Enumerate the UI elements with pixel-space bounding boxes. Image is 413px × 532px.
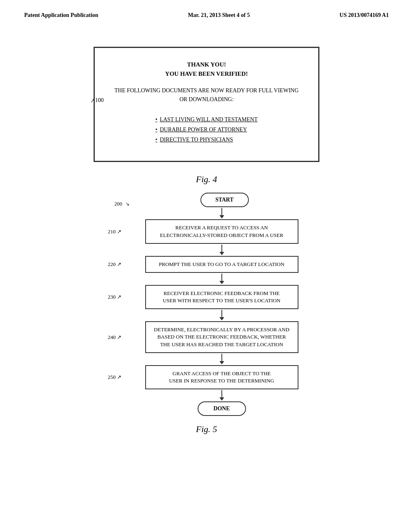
arrow-2 xyxy=(221,245,222,252)
arrow-3 xyxy=(221,274,222,281)
bullet-3: • xyxy=(155,137,157,143)
arrow-6 xyxy=(221,390,222,397)
curve-arrow-200: ↘ xyxy=(125,201,129,207)
step-label-240: 240 ↗ xyxy=(94,334,124,341)
screen-title: THANK YOU! YOU HAVE BEEN VERIFIED! xyxy=(111,60,302,78)
main-content: 100 ↗ THANK YOU! YOU HAVE BEEN VERIFIED!… xyxy=(0,23,413,443)
step-210-box: RECEIVER A REQUEST TO ACCESS ANELECTRONI… xyxy=(145,219,298,243)
fig4-figure-label: Fig. 4 xyxy=(196,174,217,185)
arrow-1 xyxy=(221,208,222,215)
arrowhead-3 xyxy=(219,281,224,284)
arrowhead-2 xyxy=(219,252,224,255)
step-label-230: 230 ↗ xyxy=(94,294,124,300)
header-left: Patent Application Publication xyxy=(24,12,98,19)
step-230-box: RECEIVER ELECTRONIC FEEDBACK FROM THEUSE… xyxy=(145,285,298,309)
screen-box: THANK YOU! YOU HAVE BEEN VERIFIED! THE F… xyxy=(94,47,319,162)
step-label-220: 220 ↗ xyxy=(94,261,124,268)
link-item-2[interactable]: •DURABLE POWER OF ATTORNEY xyxy=(155,125,257,135)
link-item-1[interactable]: •LAST LIVING WILL AND TESTAMENT xyxy=(155,114,257,125)
step-220-box: PROMPT THE USER TO GO TO A TARGET LOCATI… xyxy=(145,256,298,273)
step-240-text: DETERMINE, ELECTRONICALLY BY A PROCESSOR… xyxy=(154,326,290,347)
arrow-5 xyxy=(221,354,222,361)
arrowhead-1 xyxy=(219,215,224,218)
step-210-text: RECEIVER A REQUEST TO ACCESS ANELECTRONI… xyxy=(160,224,284,238)
label-200: 200 xyxy=(94,201,124,207)
bullet-2: • xyxy=(155,127,157,133)
bullet-1: • xyxy=(155,116,157,123)
page-header: Patent Application Publication Mar. 21, … xyxy=(0,0,413,23)
fig5-figure-label: Fig. 5 xyxy=(196,424,217,434)
step-220-text: PROMPT THE USER TO GO TO A TARGET LOCATI… xyxy=(159,261,284,267)
screen-body: THE FOLLOWING DOCUMENTS ARE NOW READY FO… xyxy=(111,86,302,104)
header-right: US 2013/0074169 A1 xyxy=(340,12,389,19)
arrowhead-5 xyxy=(219,361,224,364)
done-oval: DONE xyxy=(198,401,246,416)
step-250-text: GRANT ACCESS OF THE OBJECT TO THEUSER IN… xyxy=(169,370,274,384)
arrowhead-4 xyxy=(219,317,224,320)
start-oval: START xyxy=(200,193,249,207)
step-label-250: 250 ↗ xyxy=(94,374,124,380)
step-230-text: RECEIVER ELECTRONIC FEEDBACK FROM THEUSE… xyxy=(163,290,281,303)
link-item-3[interactable]: •DIRECTIVE TO PHYSICIANS xyxy=(155,135,257,145)
step-250-box: GRANT ACCESS OF THE OBJECT TO THEUSER IN… xyxy=(145,365,298,389)
step-label-210: 210 ↗ xyxy=(94,229,124,235)
arrowhead-6 xyxy=(219,397,224,401)
screen-links: •LAST LIVING WILL AND TESTAMENT •DURABLE… xyxy=(155,114,257,145)
arrow-4 xyxy=(221,310,222,317)
step-240-box: DETERMINE, ELECTRONICALLY BY A PROCESSOR… xyxy=(145,321,298,353)
header-center: Mar. 21, 2013 Sheet 4 of 5 xyxy=(188,12,250,19)
flowchart: 200 ↘ START 210 ↗ RECEIVER A REQUEST TO … xyxy=(94,193,319,417)
